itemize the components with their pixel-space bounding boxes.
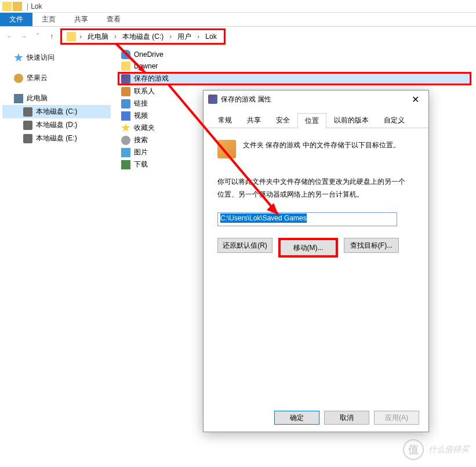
dialog-title-bar[interactable]: 保存的游戏 属性 ✕ xyxy=(204,90,428,108)
find-target-button[interactable]: 查找目标(F)... xyxy=(344,238,399,253)
tab-sharing[interactable]: 共享 xyxy=(239,113,268,128)
watermark-symbol: 值 xyxy=(403,439,424,460)
search-icon xyxy=(121,136,130,145)
folder-icon xyxy=(121,61,130,71)
nav-forward[interactable]: → xyxy=(19,31,29,42)
path-input[interactable]: C:\Users\Lok\Saved Games xyxy=(217,212,397,226)
contacts-icon xyxy=(121,87,130,96)
ribbon-tab-home[interactable]: 主页 xyxy=(32,13,65,26)
folder-icon-2 xyxy=(13,2,22,11)
breadcrumb-folder-icon xyxy=(67,32,76,41)
dialog-title-text: 保存的游戏 属性 xyxy=(221,95,271,104)
video-icon xyxy=(121,111,130,121)
dialog-tabs: 常规 共享 安全 位置 以前的版本 自定义 xyxy=(204,108,428,128)
nav-recent-dropdown[interactable]: ˅ xyxy=(32,31,43,42)
title-bar: | Lok xyxy=(0,0,476,13)
apply-button[interactable]: 应用(A) xyxy=(374,411,419,425)
sidebar-drive-d[interactable]: 本地磁盘 (D:) xyxy=(2,118,111,132)
file-label: 下载 xyxy=(134,160,148,169)
cancel-button[interactable]: 取消 xyxy=(324,411,369,425)
tab-location[interactable]: 位置 xyxy=(297,113,326,128)
dialog-footer: 确定 取消 应用(A) xyxy=(274,411,419,425)
breadcrumb-item-2[interactable]: 用户 xyxy=(175,31,194,43)
path-text: C:\Users\Lok\Saved Games xyxy=(220,213,307,223)
file-label: 收藏夹 xyxy=(134,123,155,133)
cloud-icon xyxy=(121,50,130,59)
watermark: 值 什么值得买 xyxy=(403,439,469,460)
sidebar: 快速访问 坚果云 此电脑 本地磁盘 (C:) 本地磁盘 (D:) 本地磁盘 (E… xyxy=(0,46,113,467)
dialog-title-icon xyxy=(208,95,217,104)
drive-icon xyxy=(23,121,32,130)
folder-icon xyxy=(2,2,12,11)
sidebar-label: 本地磁盘 (E:) xyxy=(36,133,77,143)
breadcrumb-item-0[interactable]: 此电脑 xyxy=(85,31,111,43)
sidebar-quick-access[interactable]: 快速访问 xyxy=(2,51,111,64)
sidebar-this-pc[interactable]: 此电脑 xyxy=(2,92,111,105)
window-title: Lok xyxy=(31,2,42,10)
drive-icon xyxy=(23,134,32,143)
breadcrumb-item-3[interactable]: Lok xyxy=(203,31,219,42)
file-item-onedrive[interactable]: OneDrive xyxy=(118,49,471,60)
watermark-text: 什么值得买 xyxy=(428,444,469,455)
sidebar-label: 坚果云 xyxy=(27,73,48,83)
ribbon-tab-view[interactable]: 查看 xyxy=(97,13,130,26)
file-label: 搜索 xyxy=(134,135,148,145)
star-icon xyxy=(14,53,23,63)
file-item-downer[interactable]: Downer xyxy=(118,60,471,72)
sidebar-drive-c[interactable]: 本地磁盘 (C:) xyxy=(2,105,111,118)
favorites-icon xyxy=(121,124,130,133)
file-label: OneDrive xyxy=(134,50,163,59)
dialog-folder-icon xyxy=(217,140,236,158)
sidebar-label: 本地磁盘 (C:) xyxy=(36,107,77,117)
dialog-close-button[interactable]: ✕ xyxy=(407,94,424,105)
nut-icon xyxy=(14,74,23,83)
ribbon-tab-share[interactable]: 共享 xyxy=(65,13,97,26)
picture-icon xyxy=(121,148,130,157)
nav-up[interactable]: ↑ xyxy=(46,31,57,42)
file-label: Downer xyxy=(134,62,158,70)
file-label: 链接 xyxy=(134,99,148,108)
title-separator: | xyxy=(27,2,28,10)
tab-security[interactable]: 安全 xyxy=(268,113,297,128)
tab-previous[interactable]: 以前的版本 xyxy=(326,113,376,128)
sidebar-nutcloud[interactable]: 坚果云 xyxy=(2,71,111,85)
tab-custom[interactable]: 自定义 xyxy=(376,113,412,128)
ok-button[interactable]: 确定 xyxy=(274,411,319,425)
sidebar-label: 本地磁盘 (D:) xyxy=(36,120,77,130)
move-button[interactable]: 移动(M)... xyxy=(278,238,338,258)
file-label: 联系人 xyxy=(134,86,155,96)
pc-icon xyxy=(14,94,23,103)
file-item-saved-games[interactable]: 保存的游戏 xyxy=(118,72,471,85)
file-label: 保存的游戏 xyxy=(134,74,169,84)
game-icon xyxy=(121,74,130,84)
link-icon xyxy=(121,99,130,108)
dialog-body: 文件夹 保存的游戏 中的文件存储于以下目标位置。 你可以将此文件夹中文件存储的位… xyxy=(204,128,428,269)
breadcrumb-item-1[interactable]: 本地磁盘 (C:) xyxy=(120,31,166,43)
download-icon xyxy=(121,160,130,169)
sidebar-label: 快速访问 xyxy=(27,53,54,63)
dialog-info-2: 你可以将此文件夹中文件存储的位置更改为此硬盘上的另一个 位置、另一个驱动器或网络… xyxy=(217,176,415,201)
ribbon: 文件 主页 共享 查看 xyxy=(0,13,476,27)
file-label: 视频 xyxy=(134,111,148,121)
dialog-info-1: 文件夹 保存的游戏 中的文件存储于以下目标位置。 xyxy=(243,140,400,158)
sidebar-drive-e[interactable]: 本地磁盘 (E:) xyxy=(2,132,111,145)
nav-bar: ← → ˅ ↑ › 此电脑 › 本地磁盘 (C:) › 用户 › Lok xyxy=(0,27,476,46)
breadcrumb[interactable]: › 此电脑 › 本地磁盘 (C:) › 用户 › Lok xyxy=(60,28,226,45)
ribbon-tab-file[interactable]: 文件 xyxy=(0,13,32,26)
restore-default-button[interactable]: 还原默认值(R) xyxy=(217,238,272,253)
sidebar-label: 此电脑 xyxy=(27,93,48,103)
properties-dialog: 保存的游戏 属性 ✕ 常规 共享 安全 位置 以前的版本 自定义 文件夹 保存的… xyxy=(203,90,429,432)
tab-general[interactable]: 常规 xyxy=(210,113,239,128)
drive-icon xyxy=(23,107,32,117)
file-label: 图片 xyxy=(134,147,148,157)
nav-back[interactable]: ← xyxy=(5,31,15,42)
